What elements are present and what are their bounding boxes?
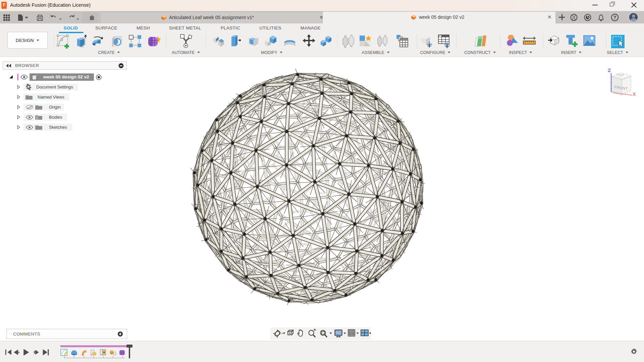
- svg-text:TOP: TOP: [615, 73, 625, 77]
- svg-text:X: X: [633, 92, 636, 97]
- svg-text:?: ?: [613, 15, 616, 20]
- svg-text:Z: Z: [608, 67, 611, 73]
